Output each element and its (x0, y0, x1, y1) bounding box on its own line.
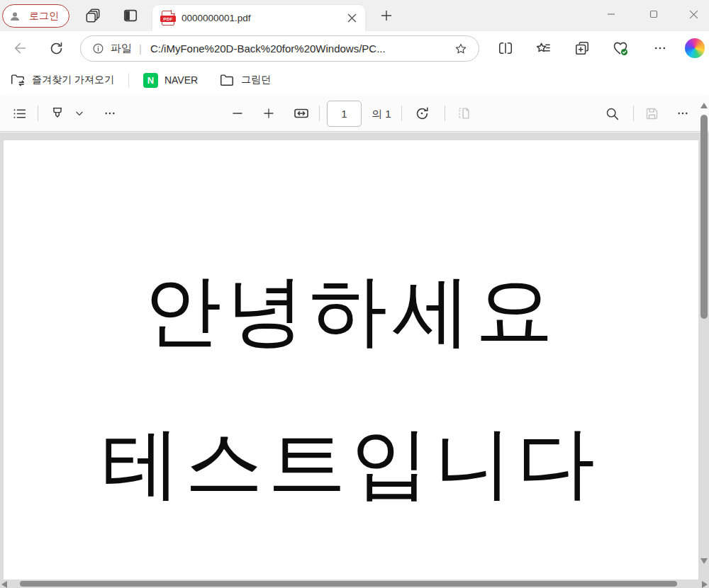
url-text: C:/iMyFone%20D-Back%20for%20Windows/PC..… (150, 43, 450, 55)
favorite-star-icon[interactable] (450, 38, 471, 60)
vertical-scrollbar-thumb[interactable] (700, 115, 708, 319)
split-screen-icon[interactable] (493, 36, 518, 60)
url-scheme-label: 파일 (111, 42, 132, 55)
table-of-contents-icon[interactable] (7, 101, 31, 125)
toolbar-separator (319, 106, 320, 121)
info-icon[interactable] (92, 43, 104, 55)
sidebar-toggle-icon[interactable] (118, 4, 143, 28)
scroll-up-arrow-icon[interactable] (700, 103, 708, 108)
scroll-left-arrow-icon[interactable] (1, 581, 7, 588)
scroll-down-arrow-icon[interactable] (700, 558, 708, 564)
pdf-more-icon[interactable] (671, 101, 695, 125)
tab-bar: 로그인 PDF 0000000001.pdf (0, 0, 709, 31)
page-count-label: 의 1 (372, 108, 391, 121)
collections-icon[interactable] (570, 36, 594, 60)
scroll-right-arrow-icon[interactable] (702, 581, 708, 588)
pdf-icon-badge: PDF (160, 16, 176, 22)
folder-label: 그림던 (241, 74, 271, 86)
window-close-icon[interactable] (679, 4, 708, 24)
page-view-icon (452, 101, 476, 125)
page-number-input[interactable] (327, 101, 362, 127)
naver-favicon: N (143, 73, 158, 88)
refresh-icon[interactable] (44, 36, 68, 60)
toolbar-more-icon[interactable] (98, 101, 122, 125)
user-avatar-icon (6, 7, 24, 26)
bookmarks-separator (128, 73, 129, 87)
tab-title: 0000000001.pdf (182, 13, 344, 23)
highlighter-pen-icon[interactable] (45, 101, 69, 125)
settings-more-icon[interactable] (648, 36, 672, 60)
active-tab[interactable]: PDF 0000000001.pdf (152, 5, 365, 31)
tab-close-icon[interactable] (344, 11, 359, 26)
rotate-icon[interactable] (410, 101, 434, 125)
navigation-bar: 파일 | C:/iMyFone%20D-Back%20for%20Windows… (0, 31, 709, 65)
pen-dropdown-chevron-icon[interactable] (70, 101, 89, 125)
search-icon[interactable] (600, 101, 624, 125)
import-favorites-icon (10, 72, 26, 88)
workspaces-icon[interactable] (81, 4, 105, 28)
toolbar-separator (38, 106, 38, 121)
naver-label: NAVER (164, 74, 198, 86)
import-favorites-button[interactable]: 즐겨찾기 가져오기 (4, 69, 120, 91)
copilot-icon[interactable] (685, 38, 705, 58)
favorites-list-icon[interactable] (531, 36, 555, 60)
folder-icon (219, 72, 235, 88)
toolbar-separator (401, 106, 402, 121)
pdf-toolbar: 의 1 (0, 95, 709, 132)
window-minimize-icon[interactable] (597, 4, 625, 24)
toolbar-separator (633, 106, 634, 121)
browser-essentials-icon[interactable] (608, 36, 632, 60)
url-separator: | (139, 43, 142, 55)
login-button[interactable]: 로그인 (2, 4, 69, 28)
pdf-file-icon: PDF (162, 11, 174, 26)
zoom-in-icon[interactable] (257, 101, 281, 125)
toolbar-separator (445, 106, 445, 121)
horizontal-scrollbar-thumb[interactable] (20, 581, 677, 587)
pdf-page: 안녕하세요 테스트입니다 (4, 140, 698, 579)
vertical-scrollbar[interactable] (699, 99, 709, 588)
address-bar[interactable]: 파일 | C:/iMyFone%20D-Back%20for%20Windows… (80, 35, 479, 62)
bookmark-naver[interactable]: N NAVER (138, 69, 203, 91)
login-label: 로그인 (29, 10, 59, 23)
back-icon[interactable] (9, 36, 33, 60)
document-text-line1: 안녕하세요 (4, 271, 698, 349)
zoom-out-icon[interactable] (225, 101, 250, 125)
window-maximize-icon[interactable] (640, 4, 668, 24)
bookmark-folder[interactable]: 그림던 (213, 69, 277, 91)
browser-window: 로그인 PDF 0000000001.pdf (0, 0, 709, 588)
save-icon (640, 101, 664, 125)
new-tab-icon[interactable] (374, 4, 398, 28)
document-text-line2: 테스트입니다 (4, 424, 698, 502)
pdf-content-area: 안녕하세요 테스트입니다 (0, 132, 709, 588)
bookmarks-bar: 즐겨찾기 가져오기 N NAVER 그림던 (0, 65, 709, 95)
fit-to-width-icon[interactable] (289, 101, 313, 125)
horizontal-scrollbar[interactable] (0, 579, 709, 588)
import-favorites-label: 즐겨찾기 가져오기 (32, 74, 114, 86)
